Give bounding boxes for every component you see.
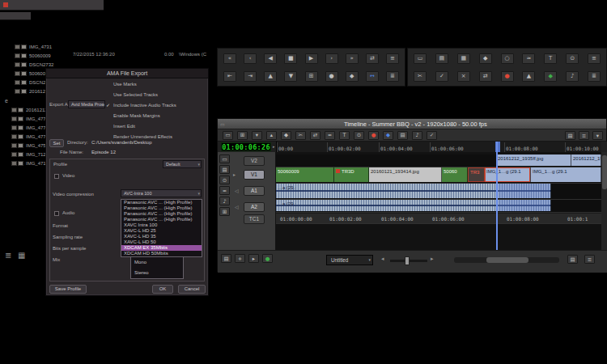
toolbar-scissors-icon[interactable]: ✂	[295, 131, 306, 140]
toolbar-grid-icon[interactable]: ⊞	[237, 131, 248, 140]
playhead[interactable]	[496, 142, 498, 250]
save-profile-button[interactable]: Save Profile	[49, 285, 87, 294]
profile-preset-dropdown[interactable]: Default▾	[163, 160, 202, 168]
transport-play-icon[interactable]: ▶	[305, 53, 318, 64]
export-option[interactable]: Use Marks	[106, 78, 206, 89]
timeline-clip[interactable]: 20161212_19	[571, 154, 601, 166]
transport-list-icon[interactable]: ≣	[588, 71, 601, 82]
toolbar-record-icon[interactable]: ●	[368, 131, 379, 140]
video-checkbox[interactable]	[54, 174, 59, 179]
transport-note-icon[interactable]: ♪	[566, 71, 579, 82]
toolbar-text-icon[interactable]: T	[339, 131, 350, 140]
set-directory-button[interactable]: Set	[49, 139, 64, 147]
codec-option[interactable]: Panasonic AVC ... (High Profile)	[121, 205, 202, 211]
bottombar-step-icon[interactable]: ▸	[248, 254, 259, 263]
toolbar-diamond-icon[interactable]: ◆	[383, 131, 393, 140]
codec-option[interactable]: Panasonic AVC ... (High Profile)	[121, 217, 202, 222]
trackpanel-note-icon[interactable]: ♪	[219, 197, 230, 205]
transport-close-icon[interactable]: ×	[457, 71, 470, 82]
patch-arrow-icon[interactable]: ◁	[235, 204, 239, 210]
bottombar-rows-icon[interactable]: ▤	[567, 255, 578, 264]
codec-option[interactable]: XAVC-L HD 50	[121, 239, 202, 245]
timeline-clip[interactable]: 20161212_1935ff.jpg	[496, 154, 571, 166]
export-option[interactable]: Insert Edit	[106, 121, 206, 131]
timeline-clip[interactable]: 20160121_193414.jpg	[369, 167, 442, 182]
timeline-clip[interactable]: IMG_1…g (29.1	[531, 167, 601, 182]
zoom-in-icon[interactable]: ▸	[431, 256, 434, 262]
lane-v1[interactable]: 50060009TR3D20160121_193414.jpg50060TR3I…	[276, 167, 601, 184]
bottombar-rows-icon[interactable]: ▤	[221, 254, 231, 263]
timeline-ruler[interactable]: 00:0001:00:02:0001:00:04:0001:00:06:0001…	[276, 142, 601, 152]
codec-option[interactable]: XAVC-L HD 35	[121, 234, 202, 239]
transport-circle-icon[interactable]: ○	[501, 53, 514, 64]
transport-diamond-icon[interactable]: ◆	[479, 53, 492, 64]
codec-option[interactable]: XDCAM EX 35Mbits	[121, 245, 202, 251]
lane-a1[interactable]: …a (29.:	[276, 184, 601, 200]
transport-frame-back-icon[interactable]: ‹	[244, 53, 257, 64]
transport-h-scroll-icon[interactable]: ↔	[366, 71, 379, 82]
transport-frame-forward-icon[interactable]: ›	[325, 53, 338, 64]
lane-v2[interactable]: 20161212_1935ff.jpg20161212_19	[276, 154, 601, 167]
toolbar-wave-icon[interactable]: ≈	[325, 131, 335, 140]
timeline-clip[interactable]: 50060	[442, 167, 468, 182]
transport-check-icon[interactable]: ✓	[435, 71, 448, 82]
expand-icon[interactable]: ▸	[273, 144, 275, 149]
transport-up-icon[interactable]: ▲	[522, 71, 535, 82]
transport-grid2-icon[interactable]: ▦	[457, 53, 470, 64]
toolbar-diamond-icon[interactable]: ◆	[281, 131, 291, 140]
trackpanel-grid-icon[interactable]: ⊞	[219, 207, 230, 216]
transport-loop-icon[interactable]: ⇄	[366, 53, 379, 64]
timeline-clip[interactable]: TR3D	[334, 167, 369, 182]
codec-option[interactable]: Panasonic AVC ... (High Profile)	[121, 211, 202, 217]
horizontal-scrollbar[interactable]	[454, 257, 559, 263]
vertical-scrollbar[interactable]	[601, 152, 607, 250]
timeline-clip[interactable]: TR3	[468, 167, 485, 182]
lane-a2[interactable]: …a (29.:	[276, 200, 601, 213]
trackpanel-wave-icon[interactable]: ≈	[219, 186, 230, 195]
trackpanel-rows-icon[interactable]: ▤	[219, 165, 230, 174]
monitor-icon[interactable]: ▸	[233, 171, 236, 177]
codec-option[interactable]: XAVC Intra 100	[121, 222, 202, 228]
mini-window-titlebar[interactable]	[0, 0, 104, 11]
transport-menu-icon[interactable]: ≡	[386, 53, 399, 64]
trackpanel-box-icon[interactable]: ▭	[219, 154, 230, 163]
toolbar-caret-down-icon[interactable]: ▾	[592, 131, 603, 140]
transport-loop-icon[interactable]: ⇄	[479, 71, 492, 82]
export-as-dropdown[interactable]: Avid Media Processor▾	[68, 100, 105, 108]
codec-option[interactable]: Panasonic AVC ... (High Profile)	[121, 200, 202, 205]
zoom-out-icon[interactable]: ◂	[381, 256, 384, 262]
timeline-clip[interactable]: …a (29.:	[276, 200, 551, 211]
bin-item[interactable]: IMG_4731	[15, 42, 87, 51]
transport-mark-out-icon[interactable]: ⇥	[244, 71, 257, 82]
timeline-preset-dropdown[interactable]: Untitled ▾	[326, 255, 373, 265]
track-button-v2[interactable]: V2	[244, 156, 265, 166]
export-option[interactable]: Enable Mask Margins	[106, 110, 206, 121]
scrollbar-thumb[interactable]	[486, 257, 528, 263]
transport-rows-icon[interactable]: ▤	[435, 53, 448, 64]
mini-window-tab[interactable]	[0, 12, 31, 20]
transport-target-icon[interactable]: ⊙	[566, 53, 579, 64]
transport-go-end-icon[interactable]: »	[346, 53, 359, 64]
toolbar-rows-icon[interactable]: ▤	[397, 131, 408, 140]
timeline-clip[interactable]: 50060009	[276, 167, 334, 182]
toolbar-box-icon[interactable]: ▭	[223, 131, 233, 140]
list-view-icon[interactable]: ≣	[5, 251, 11, 260]
bottombar-record-icon[interactable]: ●	[262, 254, 273, 263]
transport-wave-icon[interactable]: ≈	[522, 53, 535, 64]
transport-box-icon[interactable]: ▭	[414, 53, 427, 64]
export-option[interactable]: ✓Include Inactive Audio Tracks	[106, 99, 206, 110]
timeline-clip[interactable]: …a (29.:	[276, 184, 551, 198]
toolbar-caret-down-icon[interactable]: ▾	[252, 131, 262, 140]
transport-stop-icon[interactable]: ■	[284, 53, 297, 64]
toolbar-target-icon[interactable]: ⊙	[354, 131, 364, 140]
transport-scissors-icon[interactable]: ✂	[414, 71, 427, 82]
transport-up-icon[interactable]: ▲	[264, 71, 277, 82]
transport-diamond-icon[interactable]: ◆	[544, 71, 557, 82]
grid-view-icon[interactable]: ▦	[18, 251, 25, 260]
bottombar-plus-icon[interactable]: +	[235, 254, 245, 263]
transport-go-start-icon[interactable]: «	[223, 53, 236, 64]
transport-mark-in-icon[interactable]: ⇤	[223, 71, 236, 82]
bin-item[interactable]: 50060009	[15, 51, 87, 60]
bottombar-menu-icon[interactable]: ≡	[584, 255, 595, 264]
transport-play-reverse-icon[interactable]: ◀	[264, 53, 277, 64]
